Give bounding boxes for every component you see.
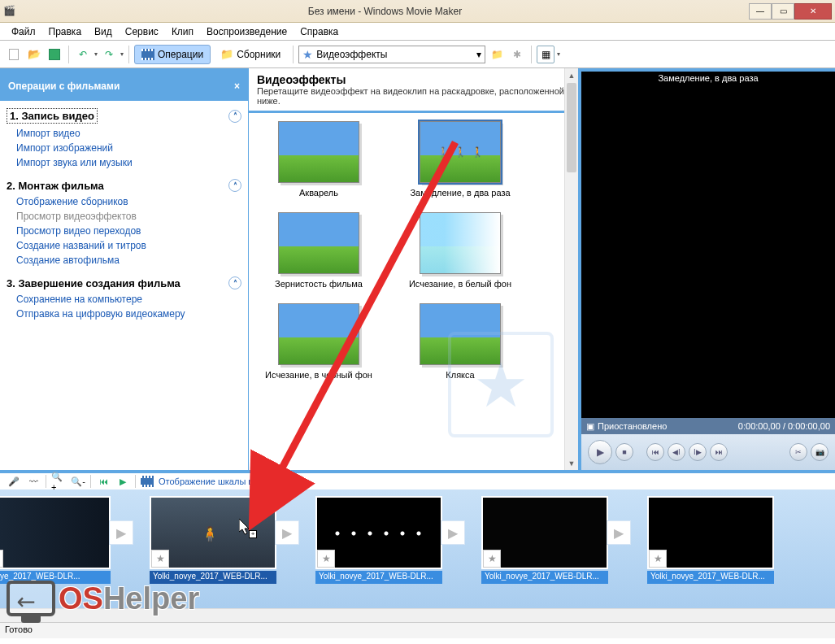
- task-titles[interactable]: Создание названий и титров: [7, 238, 241, 253]
- split-button[interactable]: ✂: [789, 443, 807, 461]
- save-button[interactable]: [46, 46, 63, 63]
- next-button[interactable]: ⏭: [710, 443, 728, 461]
- menu-clip[interactable]: Клип: [165, 24, 200, 39]
- transition-slot[interactable]: ▶: [607, 520, 631, 545]
- chevron-up-icon[interactable]: ˄: [228, 276, 241, 289]
- clip-label: Yolki_novye_2017_WEB-DLR...: [150, 571, 276, 584]
- close-icon[interactable]: ×: [234, 80, 240, 92]
- scroll-down-icon[interactable]: ▼: [565, 456, 578, 470]
- preview-title: Замедление, в два раза: [581, 72, 835, 86]
- menu-help[interactable]: Справка: [294, 24, 345, 39]
- dropdown-icon[interactable]: ▾: [120, 50, 124, 58]
- task-automovie[interactable]: Создание автофильма: [7, 253, 241, 268]
- titlebar: 🎬 Без имени - Windows Movie Maker — ▭ ✕: [0, 0, 835, 23]
- effect-fade-black[interactable]: Исчезание, в черный фон: [262, 303, 376, 380]
- task-save-computer[interactable]: Сохранение на компьютере: [7, 292, 241, 307]
- menu-view[interactable]: Вид: [88, 24, 119, 39]
- stop-button[interactable]: ■: [615, 443, 633, 461]
- task-pane: Операции с фильмами × 1. Запись видео ˄ …: [0, 68, 249, 470]
- timeline-toggle[interactable]: Отображение шкалы времени: [159, 476, 284, 486]
- preview-time: 0:00:00,00 / 0:00:00,00: [738, 421, 830, 431]
- section-capture[interactable]: 1. Запись видео ˄: [7, 106, 241, 126]
- section-finish[interactable]: 3. Завершение создания фильма ˄: [7, 274, 241, 292]
- close-button[interactable]: ✕: [794, 3, 832, 20]
- preview-controls: ▶ ■ ⏮ ◀Ⅰ Ⅰ▶ ⏭ ✂ 📷: [581, 434, 835, 470]
- audio-levels-button[interactable]: 〰: [26, 474, 41, 489]
- task-import-pictures[interactable]: Импорт изображений: [7, 141, 241, 155]
- pause-icon: ▣: [586, 421, 594, 432]
- storyboard-clip[interactable]: ★ Yolki_novye_2017_WEB-DLR... ▶: [473, 496, 616, 584]
- maximize-button[interactable]: ▭: [772, 3, 794, 20]
- prev-button[interactable]: ⏮: [646, 443, 664, 461]
- open-button[interactable]: [25, 46, 43, 63]
- scrollbar[interactable]: ▲ ▼: [564, 68, 578, 470]
- dropdown-icon[interactable]: ▾: [94, 50, 98, 58]
- storyboard-clip[interactable]: ★ novye_2017_WEB-DLR... ▶: [0, 496, 119, 584]
- zoom-in-button[interactable]: 🔍+: [51, 474, 66, 489]
- up-level-button[interactable]: 📁: [488, 46, 506, 63]
- transition-slot[interactable]: ▶: [275, 520, 299, 545]
- menu-file[interactable]: Файл: [5, 24, 42, 39]
- narrate-button[interactable]: 🎤: [7, 474, 21, 489]
- dropdown-value: Видеоэффекты: [316, 49, 387, 60]
- chevron-down-icon: ▾: [476, 49, 481, 60]
- menu-tools[interactable]: Сервис: [119, 24, 165, 39]
- effect-fade-white[interactable]: Исчезание, в белый фон: [403, 212, 517, 289]
- task-view-effects[interactable]: Просмотр видеоэффектов: [7, 209, 241, 224]
- snapshot-button[interactable]: 📷: [811, 443, 828, 461]
- film-icon: [141, 49, 154, 60]
- task-show-collections[interactable]: Отображение сборников: [7, 194, 241, 209]
- collections-toggle[interactable]: Сборники: [213, 45, 288, 64]
- rewind-button[interactable]: ⏮: [96, 474, 111, 489]
- preview-pane: Замедление, в два раза ▣ Приостановлено …: [581, 68, 835, 470]
- zoom-out-button[interactable]: 🔍-: [71, 474, 85, 489]
- effects-subtitle: Перетащите видеоэффект на видеоклип на р…: [257, 86, 570, 106]
- separator: [293, 46, 294, 63]
- effect-slot[interactable]: ★: [483, 550, 501, 568]
- menu-play[interactable]: Воспроизведение: [200, 24, 294, 39]
- storyboard-clip[interactable]: ★ Yolki_novye_2017_WEB-DLR...: [639, 496, 782, 584]
- new-button[interactable]: [5, 46, 23, 63]
- storyboard[interactable]: ★ novye_2017_WEB-DLR... ▶ 🧍 ★ Yolki_novy…: [0, 490, 835, 608]
- clip-label: Yolki_novye_2017_WEB-DLR...: [481, 571, 608, 584]
- redo-button[interactable]: ↷: [100, 46, 118, 63]
- storyboard-clip[interactable]: ★ Yolki_novye_2017_WEB-DLR... ▶: [307, 496, 450, 584]
- chevron-up-icon[interactable]: ˄: [228, 179, 241, 192]
- section-edit[interactable]: 2. Монтаж фильма ˄: [7, 176, 241, 194]
- effect-blot[interactable]: Клякса: [403, 303, 517, 380]
- new-folder-button[interactable]: ✱: [508, 46, 526, 63]
- storyboard-scrollbar[interactable]: [0, 608, 835, 622]
- view-button[interactable]: ▦: [537, 46, 554, 63]
- chevron-up-icon[interactable]: ˄: [228, 110, 241, 123]
- separator: [68, 46, 69, 63]
- effect-slot[interactable]: ★: [649, 550, 667, 568]
- task-send-dv[interactable]: Отправка на цифровую видеокамеру: [7, 307, 241, 321]
- effect-slot[interactable]: ★: [317, 550, 335, 568]
- effect-film-grain[interactable]: Зернистость фильма: [262, 212, 376, 289]
- effect-slowdown-half[interactable]: 🚶🚶🚶 Замедление, в два раза: [403, 121, 517, 198]
- toolbar: ↶ ▾ ↷ ▾ Операции Сборники Видеоэффекты ▾…: [0, 41, 835, 68]
- clip-label: Yolki_novye_2017_WEB-DLR...: [315, 571, 442, 584]
- undo-button[interactable]: ↶: [74, 46, 92, 63]
- transition-slot[interactable]: ▶: [441, 520, 465, 545]
- transition-slot[interactable]: ▶: [109, 520, 133, 545]
- task-view-transitions[interactable]: Просмотр видео переходов: [7, 224, 241, 238]
- play-button[interactable]: ▶: [588, 440, 612, 464]
- task-import-video[interactable]: Импорт видео: [7, 126, 241, 141]
- dropdown-icon[interactable]: ▾: [557, 50, 560, 58]
- collections-label: Сборники: [237, 49, 281, 60]
- play-timeline-button[interactable]: ▶: [115, 474, 130, 489]
- scroll-up-icon[interactable]: ▲: [565, 68, 578, 82]
- scroll-thumb[interactable]: [567, 83, 576, 172]
- minimize-button[interactable]: —: [749, 3, 772, 20]
- task-import-audio[interactable]: Импорт звука или музыки: [7, 155, 241, 170]
- location-dropdown[interactable]: Видеоэффекты ▾: [298, 46, 485, 63]
- storyboard-clip[interactable]: 🧍 ★ Yolki_novye_2017_WEB-DLR... ▶: [141, 496, 285, 584]
- menu-edit[interactable]: Правка: [42, 24, 89, 39]
- effect-watercolor[interactable]: Акварель: [262, 121, 376, 198]
- tasks-toggle[interactable]: Операции: [134, 45, 211, 64]
- effect-slot[interactable]: ★: [151, 550, 169, 568]
- frame-fwd-button[interactable]: Ⅰ▶: [689, 443, 707, 461]
- effect-slot[interactable]: ★: [0, 550, 3, 568]
- frame-back-button[interactable]: ◀Ⅰ: [668, 443, 685, 461]
